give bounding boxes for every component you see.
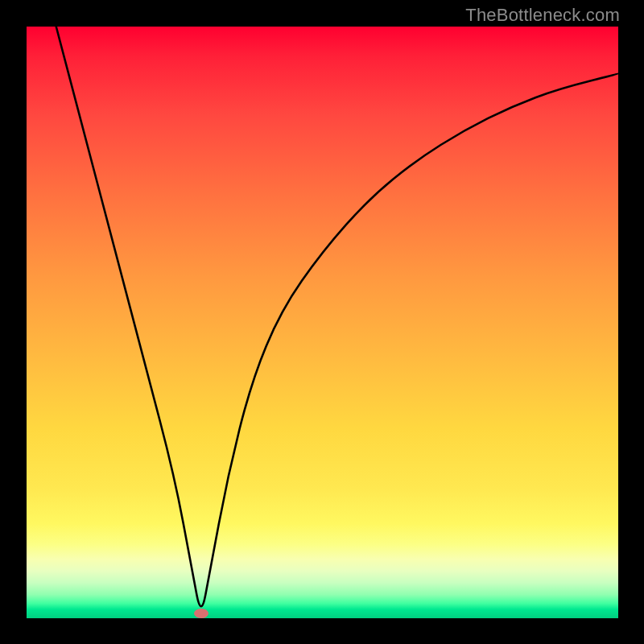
chart-frame: TheBottleneck.com [0, 0, 644, 644]
optimal-marker [194, 609, 208, 618]
bottleneck-curve [27, 27, 618, 618]
plot-area [27, 27, 618, 618]
watermark-text: TheBottleneck.com [465, 5, 620, 26]
